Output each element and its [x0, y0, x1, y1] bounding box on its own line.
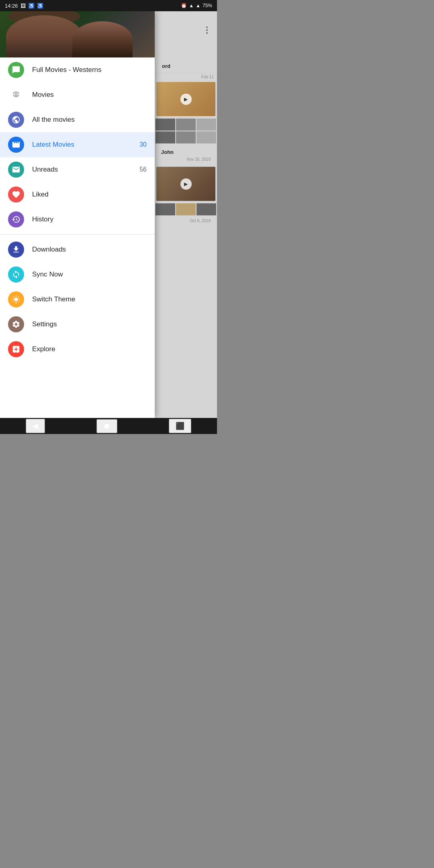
nav-item-liked[interactable]: Liked — [0, 182, 155, 207]
right-thumb-grid2 — [155, 203, 217, 216]
right-thumb-grid — [155, 118, 217, 144]
status-time: 14:26 — [5, 3, 18, 9]
nav-item-sync-now[interactable]: Sync Now — [0, 262, 155, 287]
bottom-navigation-bar: ◀ ⏺ ⬛ — [0, 418, 217, 434]
right-panel-thumb2[interactable]: ▶ — [156, 167, 215, 201]
switch-theme-icon — [8, 291, 24, 307]
accessibility-icon: ♿ — [28, 3, 35, 9]
sync-now-label: Sync Now — [32, 270, 147, 278]
person1-silhouette — [6, 15, 82, 57]
nav-item-movies[interactable]: Movies — [0, 82, 155, 107]
thumb6 — [197, 131, 216, 143]
wifi-icon: ▲ — [189, 3, 194, 8]
right-panel: ord Feb 11 ▶ John Nov 16, 2019 ▶ Oct — [155, 11, 217, 418]
nav-item-downloads[interactable]: Downloads — [0, 237, 155, 262]
nav-item-switch-theme[interactable]: Switch Theme — [0, 287, 155, 312]
nav-item-latest-movies[interactable]: Latest Movies 30 — [0, 132, 155, 157]
three-dot-menu[interactable] — [201, 23, 213, 38]
thumb3 — [197, 119, 216, 131]
thumb4 — [156, 131, 175, 143]
right-panel-date1: Feb 11 — [155, 74, 217, 80]
thumb2 — [176, 119, 196, 131]
thumb1 — [156, 119, 175, 131]
back-button[interactable]: ◀ — [26, 419, 45, 433]
status-bar-left: 14:26 🖼 ♿ ♿ — [5, 3, 43, 9]
thumb9 — [197, 203, 216, 215]
downloads-label: Downloads — [32, 246, 147, 254]
play-button2[interactable]: ▶ — [180, 178, 192, 190]
thumb5 — [176, 131, 196, 143]
sync-now-icon — [8, 266, 24, 283]
history-icon — [8, 211, 24, 227]
full-movies-westerns-icon — [8, 62, 24, 78]
right-panel-date3: Oct 6, 2019 — [158, 217, 214, 224]
alarm-icon: ⏰ — [181, 3, 187, 8]
navigation-drawer: Full Movies - Westerns Movies All the mo… — [0, 11, 155, 418]
right-panel-date2: Nov 16, 2019 — [158, 156, 214, 163]
home-button[interactable]: ⏺ — [96, 419, 117, 433]
latest-movies-label: Latest Movies — [32, 141, 139, 149]
nav-divider — [0, 234, 155, 235]
nav-item-history[interactable]: History — [0, 207, 155, 232]
settings-icon — [8, 316, 24, 332]
unreads-label: Unreads — [32, 166, 139, 174]
history-label: History — [32, 215, 147, 223]
nav-item-full-movies-westerns[interactable]: Full Movies - Westerns — [0, 57, 155, 82]
right-panel-thumb1[interactable]: ▶ — [156, 82, 215, 116]
signal-icon: ▲ — [196, 3, 201, 8]
photo-icon: 🖼 — [20, 3, 26, 9]
explore-label: Explore — [32, 345, 147, 353]
explore-icon — [8, 341, 24, 357]
unreads-icon — [8, 162, 24, 178]
recents-button[interactable]: ⬛ — [169, 419, 191, 433]
unreads-badge: 56 — [139, 166, 147, 173]
thumb7 — [156, 203, 175, 215]
liked-icon — [8, 186, 24, 203]
nav-section-1: Full Movies - Westerns Movies All the mo… — [0, 57, 155, 232]
status-bar-right: ⏰ ▲ ▲ 75% — [181, 3, 212, 8]
latest-movies-badge: 30 — [139, 141, 147, 148]
switch-theme-label: Switch Theme — [32, 295, 147, 303]
latest-movies-icon — [8, 137, 24, 153]
status-bar: 14:26 🖼 ♿ ♿ ⏰ ▲ ▲ 75% — [0, 0, 217, 11]
accessibility2-icon: ♿ — [37, 3, 43, 9]
movies-label: Movies — [32, 91, 147, 99]
right-panel-title2: John — [158, 147, 214, 156]
downloads-icon — [8, 242, 24, 258]
thumb8 — [176, 203, 196, 215]
nav-item-explore[interactable]: Explore — [0, 337, 155, 362]
right-panel-title1: ord — [155, 57, 217, 74]
all-movies-label: All the movies — [32, 116, 147, 124]
person2-silhouette — [72, 21, 133, 57]
battery-text: 75% — [203, 3, 212, 8]
settings-label: Settings — [32, 320, 147, 328]
nav-item-settings[interactable]: Settings — [0, 312, 155, 337]
full-movies-westerns-label: Full Movies - Westerns — [32, 66, 147, 74]
movies-icon — [8, 87, 24, 103]
drawer-header — [0, 11, 155, 57]
liked-label: Liked — [32, 190, 147, 199]
play-button1[interactable]: ▶ — [180, 94, 192, 105]
all-movies-icon — [8, 112, 24, 128]
nav-item-unreads[interactable]: Unreads 56 — [0, 157, 155, 182]
nav-item-all-movies[interactable]: All the movies — [0, 107, 155, 132]
nav-section-2: Downloads Sync Now Switch Theme — [0, 237, 155, 362]
